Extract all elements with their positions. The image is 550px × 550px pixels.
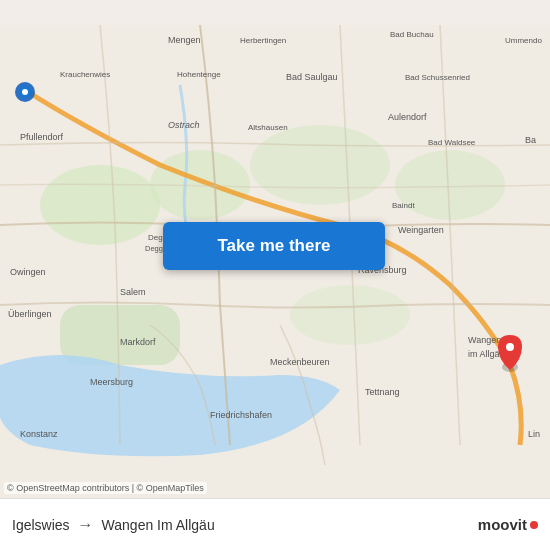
svg-text:Ostrach: Ostrach bbox=[168, 120, 200, 130]
svg-text:Pfullendorf: Pfullendorf bbox=[20, 132, 64, 142]
svg-text:Krauchenwies: Krauchenwies bbox=[60, 70, 110, 79]
svg-text:Meckenbeuren: Meckenbeuren bbox=[270, 357, 330, 367]
map-background: Mengen Herbertingen Bad Buchau Ummendo K… bbox=[0, 0, 550, 550]
svg-point-6 bbox=[290, 285, 410, 345]
svg-point-3 bbox=[250, 125, 390, 205]
svg-point-41 bbox=[22, 89, 28, 95]
svg-text:Owingen: Owingen bbox=[10, 267, 46, 277]
app-container: Mengen Herbertingen Bad Buchau Ummendo K… bbox=[0, 0, 550, 550]
svg-text:Salem: Salem bbox=[120, 287, 146, 297]
svg-text:Markdorf: Markdorf bbox=[120, 337, 156, 347]
svg-text:Mengen: Mengen bbox=[168, 35, 201, 45]
moovit-brand-text: moovit bbox=[478, 516, 527, 533]
bottom-bar: Igelswies → Wangen Im Allgäu moovit bbox=[0, 498, 550, 550]
svg-text:Weingarten: Weingarten bbox=[398, 225, 444, 235]
svg-text:Aulendorf: Aulendorf bbox=[388, 112, 427, 122]
svg-text:Bad Waldsee: Bad Waldsee bbox=[428, 138, 476, 147]
svg-point-1 bbox=[40, 165, 160, 245]
take-me-there-button[interactable]: Take me there bbox=[163, 222, 385, 270]
svg-text:Friedrichshafen: Friedrichshafen bbox=[210, 410, 272, 420]
route-arrow-icon: → bbox=[78, 516, 94, 534]
svg-text:Überlingen: Überlingen bbox=[8, 309, 52, 319]
svg-text:Hohentenge: Hohentenge bbox=[177, 70, 221, 79]
svg-text:Ba: Ba bbox=[525, 135, 536, 145]
svg-text:Bad Saulgau: Bad Saulgau bbox=[286, 72, 338, 82]
svg-text:Wangen: Wangen bbox=[468, 335, 501, 345]
map-attribution: © OpenStreetMap contributors | © OpenMap… bbox=[4, 482, 207, 494]
origin-label: Igelswies bbox=[12, 517, 70, 533]
svg-text:Konstanz: Konstanz bbox=[20, 429, 58, 439]
svg-point-43 bbox=[506, 343, 514, 351]
map-svg: Mengen Herbertingen Bad Buchau Ummendo K… bbox=[0, 0, 550, 550]
svg-text:Bad Schussenried: Bad Schussenried bbox=[405, 73, 470, 82]
svg-text:Ummendo: Ummendo bbox=[505, 36, 542, 45]
svg-text:Tettnang: Tettnang bbox=[365, 387, 400, 397]
svg-text:Bad Buchau: Bad Buchau bbox=[390, 30, 434, 39]
destination-label: Wangen Im Allgäu bbox=[102, 517, 215, 533]
moovit-logo: moovit bbox=[478, 516, 538, 533]
svg-text:Lin: Lin bbox=[528, 429, 540, 439]
svg-text:Herbertingen: Herbertingen bbox=[240, 36, 286, 45]
route-info: Igelswies → Wangen Im Allgäu bbox=[12, 516, 215, 534]
svg-text:Baindt: Baindt bbox=[392, 201, 415, 210]
svg-text:Altshausen: Altshausen bbox=[248, 123, 288, 132]
svg-text:Meersburg: Meersburg bbox=[90, 377, 133, 387]
moovit-dot-icon bbox=[530, 521, 538, 529]
